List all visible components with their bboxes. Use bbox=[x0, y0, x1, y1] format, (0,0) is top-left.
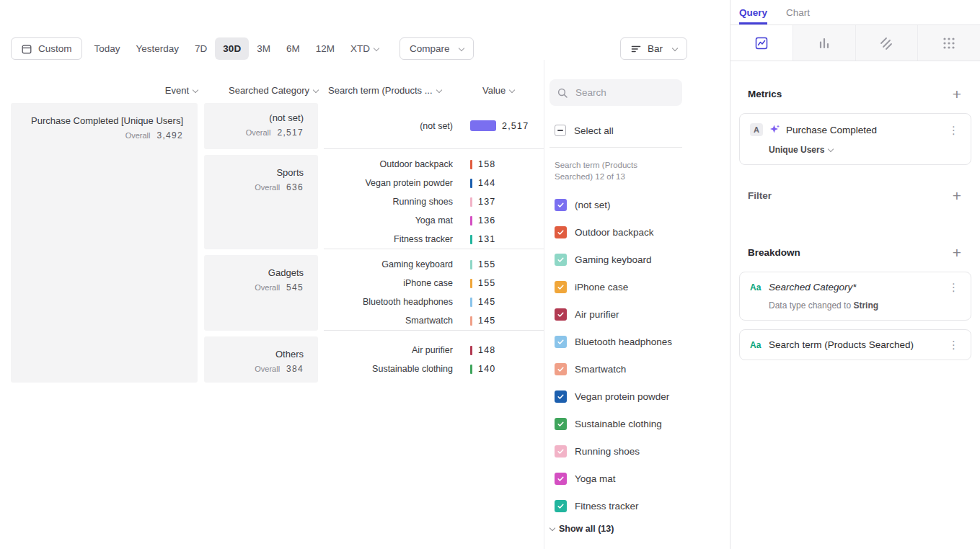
column-header-value[interactable]: Value bbox=[461, 85, 544, 96]
checkbox-checked-icon[interactable] bbox=[555, 390, 567, 403]
date-toolbar: Custom TodayYesterday7D30D3M6M12M XTD Co… bbox=[0, 37, 730, 60]
column-header-search-term[interactable]: Search term (Products ... bbox=[318, 85, 461, 96]
term-row[interactable]: Bluetooth headphones 145 bbox=[324, 293, 538, 311]
filter-item-list: (not set) Outdoor backpack Gaming keyboa… bbox=[555, 191, 730, 519]
filter-item[interactable]: Sustainable clothing bbox=[555, 410, 730, 437]
value-bar bbox=[470, 298, 472, 307]
event-cell[interactable]: Purchase Completed [Unique Users] Overal… bbox=[11, 103, 198, 383]
checkbox-checked-icon[interactable] bbox=[555, 363, 567, 375]
column-header-event[interactable]: Event bbox=[11, 85, 198, 96]
app-root: Custom TodayYesterday7D30D3M6M12M XTD Co… bbox=[0, 0, 980, 549]
term-row[interactable]: Yoga mat 136 bbox=[324, 211, 538, 230]
category-cell[interactable]: Others Overall 384 bbox=[204, 336, 318, 383]
term-row[interactable]: (not set) 2,517 bbox=[324, 117, 538, 135]
term-row[interactable]: iPhone case 155 bbox=[324, 274, 538, 293]
filter-item-label: Gaming keyboard bbox=[575, 254, 652, 265]
sparkle-icon bbox=[769, 124, 780, 135]
tab-query[interactable]: Query bbox=[739, 0, 767, 24]
breakdown-card[interactable]: Aa Search term (Products Searched) ⋮ bbox=[739, 329, 971, 360]
checkbox-checked-icon[interactable] bbox=[555, 226, 567, 238]
preset-yesterday-button[interactable]: Yesterday bbox=[128, 37, 187, 60]
term-row[interactable]: Sustainable clothing 140 bbox=[324, 360, 538, 378]
kebab-menu-icon[interactable]: ⋮ bbox=[947, 339, 961, 350]
checkbox-checked-icon[interactable] bbox=[555, 199, 567, 211]
value-bar bbox=[470, 179, 472, 188]
filter-item[interactable]: (not set) bbox=[555, 191, 730, 218]
term-row[interactable]: Fitness tracker 131 bbox=[324, 230, 538, 249]
category-name: Gadgets bbox=[268, 267, 304, 278]
column-headers: Event Searched Category Search term (Pro… bbox=[0, 85, 544, 96]
search-input[interactable] bbox=[574, 86, 675, 99]
term-label: Outdoor backpack bbox=[324, 159, 462, 169]
chevron-down-icon bbox=[672, 45, 678, 50]
category-cell[interactable]: Gadgets Overall 545 bbox=[204, 255, 318, 331]
add-breakdown-button[interactable]: + bbox=[948, 244, 966, 262]
measurement-label: Unique Users bbox=[769, 145, 824, 155]
term-row[interactable]: Running shoes 137 bbox=[324, 192, 538, 211]
show-all-button[interactable]: Show all (13) bbox=[550, 524, 730, 534]
checkbox-checked-icon[interactable] bbox=[555, 473, 567, 485]
checkbox-checked-icon[interactable] bbox=[555, 281, 567, 293]
add-metric-button[interactable]: + bbox=[948, 85, 966, 103]
tab-retention[interactable] bbox=[856, 25, 919, 61]
checkbox-indeterminate-icon[interactable] bbox=[555, 125, 566, 136]
filter-item[interactable]: Smartwatch bbox=[555, 355, 730, 383]
filter-item[interactable]: Bluetooth headphones bbox=[555, 328, 730, 355]
tab-flows[interactable] bbox=[918, 25, 980, 61]
chart-type-button[interactable]: Bar bbox=[620, 37, 687, 60]
checkbox-checked-icon[interactable] bbox=[555, 418, 567, 430]
breakdown-card[interactable]: Aa Searched Category* ⋮ Data type change… bbox=[739, 272, 971, 321]
preset-7d-button[interactable]: 7D bbox=[187, 37, 215, 60]
preset-today-button[interactable]: Today bbox=[87, 37, 128, 60]
tab-insights[interactable] bbox=[730, 25, 793, 61]
term-row[interactable]: Outdoor backpack 158 bbox=[324, 155, 538, 174]
filter-item[interactable]: Running shoes bbox=[555, 437, 730, 465]
preset-6m-button[interactable]: 6M bbox=[278, 37, 308, 60]
term-row[interactable]: Air purifier 148 bbox=[324, 341, 538, 360]
category-overall-value: 384 bbox=[286, 364, 304, 374]
add-filter-button[interactable]: + bbox=[948, 187, 966, 205]
filter-item[interactable]: Outdoor backpack bbox=[555, 218, 730, 246]
filter-item-label: Smartwatch bbox=[575, 364, 626, 375]
checkbox-checked-icon[interactable] bbox=[555, 254, 567, 266]
compare-label: Compare bbox=[410, 43, 450, 54]
kebab-menu-icon[interactable]: ⋮ bbox=[947, 282, 961, 293]
category-cell[interactable]: Sports Overall 636 bbox=[204, 155, 318, 249]
value-bar bbox=[470, 160, 472, 169]
term-row[interactable]: Smartwatch 145 bbox=[324, 311, 538, 330]
category-cell[interactable]: (not set) Overall 2,517 bbox=[204, 103, 318, 149]
measurement-dropdown[interactable]: Unique Users bbox=[769, 145, 961, 155]
category-overall-value: 545 bbox=[286, 282, 304, 293]
filter-item[interactable]: Air purifier bbox=[555, 300, 730, 328]
term-row[interactable]: Vegan protein powder 144 bbox=[324, 174, 538, 192]
term-row[interactable]: Gaming keyboard 155 bbox=[324, 255, 538, 274]
preset-30d-button[interactable]: 30D bbox=[215, 37, 249, 60]
tab-funnels[interactable] bbox=[793, 25, 856, 61]
preset-3m-button[interactable]: 3M bbox=[249, 37, 278, 60]
metric-card[interactable]: A Purchase Completed ⋮ Unique Users bbox=[739, 113, 971, 165]
kebab-menu-icon[interactable]: ⋮ bbox=[947, 125, 961, 135]
checkbox-checked-icon[interactable] bbox=[555, 500, 567, 512]
filter-item[interactable]: Yoga mat bbox=[555, 465, 730, 492]
funnel-bars-icon bbox=[817, 36, 831, 50]
filter-item[interactable]: Fitness tracker bbox=[555, 492, 730, 519]
select-all-row[interactable]: Select all bbox=[555, 125, 730, 136]
tab-chart[interactable]: Chart bbox=[786, 0, 810, 24]
checkbox-checked-icon[interactable] bbox=[555, 336, 567, 348]
column-header-category[interactable]: Searched Category bbox=[204, 85, 318, 96]
checkbox-checked-icon[interactable] bbox=[555, 445, 567, 458]
filter-item-label: Outdoor backpack bbox=[575, 227, 654, 238]
custom-date-button[interactable]: Custom bbox=[11, 37, 82, 60]
compare-button[interactable]: Compare bbox=[399, 37, 474, 60]
overall-label: Overall bbox=[255, 283, 280, 292]
preset-12m-button[interactable]: 12M bbox=[308, 37, 343, 60]
overall-label: Overall bbox=[125, 131, 151, 140]
filter-item[interactable]: Gaming keyboard bbox=[555, 246, 730, 273]
filter-item[interactable]: Vegan protein powder bbox=[555, 383, 730, 410]
filter-item-label: Sustainable clothing bbox=[575, 419, 662, 429]
filter-item[interactable]: iPhone case bbox=[555, 273, 730, 300]
checkbox-checked-icon[interactable] bbox=[555, 308, 567, 321]
preset-xtd-button[interactable]: XTD bbox=[343, 37, 387, 60]
term-label: Vegan protein powder bbox=[324, 178, 462, 188]
event-overall-value: 3,492 bbox=[156, 130, 183, 140]
